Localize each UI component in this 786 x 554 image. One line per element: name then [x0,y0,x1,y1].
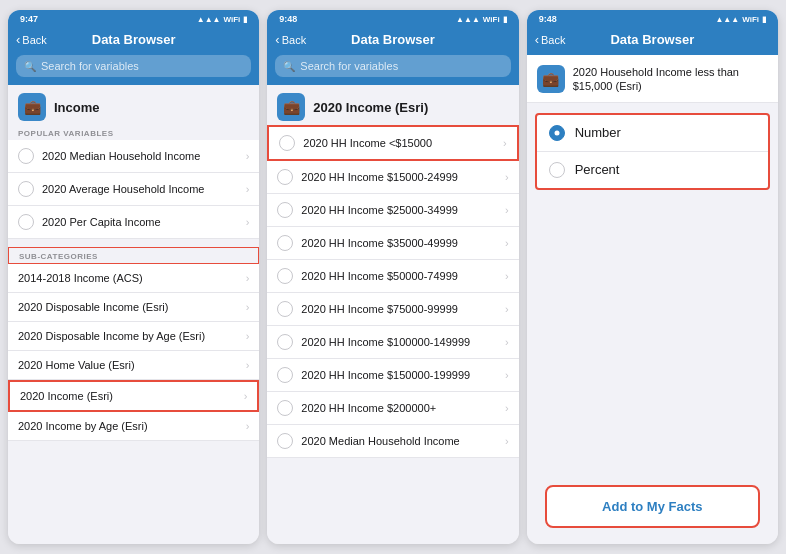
radio-checked[interactable] [549,125,565,141]
options-box: Number Percent [535,113,770,190]
item-label: 2020 HH Income $100000-149999 [301,336,497,348]
radio-unchecked[interactable] [277,235,293,251]
wifi-icon: WiFi [224,15,241,24]
item-label: 2020 HH Income <$15000 [303,137,495,149]
chevron-icon: › [246,330,250,342]
screen1-section-title: Income [54,100,100,115]
screen2-section-header: 💼 2020 Income (Esri) [267,85,518,125]
chevron-icon: › [246,216,250,228]
list-item-highlighted[interactable]: 2020 Income (Esri) › [8,380,259,412]
radio-unchecked[interactable] [277,268,293,284]
radio-unchecked[interactable] [18,181,34,197]
radio-unchecked[interactable] [277,301,293,317]
list-item[interactable]: 2020 HH Income $150000-199999 › [267,359,518,392]
variable-header: 💼 2020 Household Income less than $15,00… [527,55,778,103]
screen1-status-icons: ▲▲▲ WiFi ▮ [197,15,248,24]
item-label: 2020 Per Capita Income [42,216,238,228]
battery-icon: ▮ [762,15,766,24]
list-item[interactable]: 2020 Median Household Income › [267,425,518,458]
list-item[interactable]: 2020 HH Income $15000-24999 › [267,161,518,194]
screen2-back-button[interactable]: ‹ Back [275,32,306,47]
screen3-status-icons: ▲▲▲ WiFi ▮ [715,15,766,24]
popular-variables-label: POPULAR VARIABLES [8,125,259,140]
option-number-label: Number [575,125,621,140]
chevron-icon: › [246,420,250,432]
radio-unchecked[interactable] [549,162,565,178]
screen2-time: 9:48 [279,14,297,24]
list-item-highlighted[interactable]: 2020 HH Income <$15000 › [267,125,518,161]
chevron-icon: › [246,150,250,162]
chevron-icon: › [505,435,509,447]
radio-unchecked[interactable] [277,169,293,185]
chevron-icon: › [505,402,509,414]
variable-icon: 💼 [537,65,565,93]
screen3-back-button[interactable]: ‹ Back [535,32,566,47]
list-item[interactable]: 2020 HH Income $50000-74999 › [267,260,518,293]
list-item[interactable]: 2020 HH Income $200000+ › [267,392,518,425]
chevron-icon: › [505,204,509,216]
screen2-section-title: 2020 Income (Esri) [313,100,428,115]
radio-unchecked[interactable] [18,214,34,230]
screen3: 9:48 ▲▲▲ WiFi ▮ ‹ Back Data Browser 💼 20… [527,10,778,544]
screen3-status-bar: 9:48 ▲▲▲ WiFi ▮ [527,10,778,26]
screen2-search-input[interactable]: 🔍 Search for variables [275,55,510,77]
screen2-title: Data Browser [351,32,435,47]
radio-unchecked[interactable] [277,202,293,218]
screen2-search-placeholder: Search for variables [300,60,398,72]
list-item[interactable]: 2020 Income by Age (Esri) › [8,412,259,441]
radio-unchecked[interactable] [277,400,293,416]
battery-icon: ▮ [503,15,507,24]
list-item[interactable]: 2020 Average Household Income › [8,173,259,206]
list-item[interactable]: 2020 Home Value (Esri) › [8,351,259,380]
list-item[interactable]: 2020 Disposable Income by Age (Esri) › [8,322,259,351]
screen1-title: Data Browser [92,32,176,47]
item-label: 2020 HH Income $50000-74999 [301,270,497,282]
chevron-icon: › [503,137,507,149]
screen2: 9:48 ▲▲▲ WiFi ▮ ‹ Back Data Browser 🔍 Se… [267,10,518,544]
list-item[interactable]: 2020 HH Income $25000-34999 › [267,194,518,227]
item-label: 2020 HH Income $150000-199999 [301,369,497,381]
list-item[interactable]: 2020 HH Income $100000-149999 › [267,326,518,359]
radio-unchecked[interactable] [277,433,293,449]
screen1-search-input[interactable]: 🔍 Search for variables [16,55,251,77]
chevron-icon: › [246,183,250,195]
option-number[interactable]: Number [537,115,768,152]
add-facts-button[interactable]: Add to My Facts [545,485,760,528]
back-label: Back [22,34,46,46]
wifi-icon: WiFi [483,15,500,24]
screen2-nav-bar: ‹ Back Data Browser [267,26,518,55]
back-arrow-icon: ‹ [275,32,279,47]
radio-unchecked[interactable] [277,334,293,350]
list-item[interactable]: 2020 Disposable Income (Esri) › [8,293,259,322]
option-percent[interactable]: Percent [537,152,768,188]
list-item[interactable]: 2020 Median Household Income › [8,140,259,173]
income-icon: 💼 [18,93,46,121]
list-item[interactable]: 2020 HH Income $75000-99999 › [267,293,518,326]
option-percent-label: Percent [575,162,620,177]
chevron-icon: › [505,369,509,381]
item-label: 2020 Average Household Income [42,183,238,195]
list-item[interactable]: 2020 HH Income $35000-49999 › [267,227,518,260]
item-label: 2020 Disposable Income (Esri) [18,301,238,313]
chevron-icon: › [246,272,250,284]
radio-unchecked[interactable] [277,367,293,383]
list-item[interactable]: 2020 Per Capita Income › [8,206,259,239]
subcategory-section: SUB-CATEGORIES 2014-2018 Income (ACS) › … [8,247,259,441]
item-label: 2020 Disposable Income by Age (Esri) [18,330,238,342]
screen3-content: 💼 2020 Household Income less than $15,00… [527,55,778,544]
screen1-nav-bar: ‹ Back Data Browser [8,26,259,55]
search-icon: 🔍 [283,61,295,72]
chevron-icon: › [505,171,509,183]
radio-unchecked[interactable] [279,135,295,151]
item-label: 2020 HH Income $75000-99999 [301,303,497,315]
screen1-search-placeholder: Search for variables [41,60,139,72]
battery-icon: ▮ [243,15,247,24]
item-label: 2020 Median Household Income [301,435,497,447]
screen1-status-bar: 9:47 ▲▲▲ WiFi ▮ [8,10,259,26]
signal-icon: ▲▲▲ [715,15,739,24]
chevron-icon: › [505,303,509,315]
screen1-back-button[interactable]: ‹ Back [16,32,47,47]
list-item[interactable]: 2014-2018 Income (ACS) › [8,264,259,293]
screen2-status-icons: ▲▲▲ WiFi ▮ [456,15,507,24]
radio-unchecked[interactable] [18,148,34,164]
